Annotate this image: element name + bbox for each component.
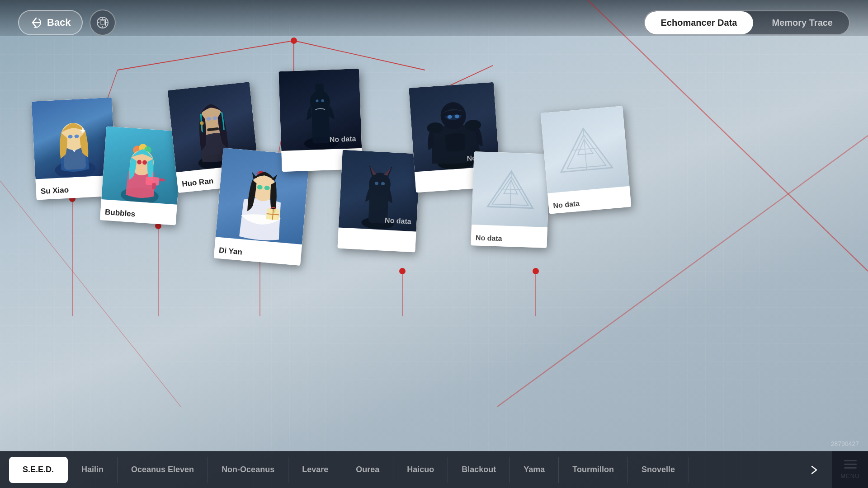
card-unknown-4[interactable]: No data	[471, 151, 550, 248]
nav-tab-blackout[interactable]: Blackout	[448, 457, 510, 483]
nav-tab-haicuo[interactable]: Haicuo	[393, 457, 448, 483]
header-left: Back	[18, 9, 116, 36]
card-bubbles-label: Bubbles	[104, 208, 135, 219]
no-data-2: No data	[385, 216, 412, 226]
nav-tab-non-oceanus[interactable]: Non-Oceanus	[208, 457, 288, 483]
nav-arrow-right[interactable]	[805, 461, 823, 479]
nav-tab-hailin[interactable]: Hailin	[68, 457, 118, 483]
card-bubbles[interactable]: Bubbles	[100, 126, 182, 225]
user-id: 28790427	[831, 440, 859, 447]
nav-tabs: S.E.E.D. Hailin Oceanus Eleven Non-Ocean…	[9, 457, 800, 483]
header-tabs: Echomancer Data Memory Trace	[644, 10, 850, 35]
back-button[interactable]: Back	[18, 10, 83, 35]
no-data-4-label: No data	[476, 234, 502, 243]
svg-rect-36	[159, 178, 165, 182]
card-unknown-2[interactable]: No data	[337, 150, 420, 253]
card-di-yan-label: Di Yan	[218, 246, 242, 257]
svg-rect-54	[315, 84, 324, 102]
nav-tab-seed[interactable]: S.E.E.D.	[9, 457, 68, 483]
nav-tab-levare[interactable]: Levare	[288, 457, 342, 483]
nav-tab-snovelle[interactable]: Snovelle	[628, 457, 689, 483]
back-icon	[30, 16, 42, 29]
card-huo-ran-label: Huo Ran	[181, 177, 214, 189]
no-data-5-label: No data	[553, 200, 580, 210]
tab-memory-trace[interactable]: Memory Trace	[755, 11, 849, 34]
tab-echomancer-data[interactable]: Echomancer Data	[645, 11, 754, 34]
card-su-xiao-label: Su Xiao	[40, 186, 69, 196]
nav-tab-yama[interactable]: Yama	[510, 457, 559, 483]
cycle-button[interactable]	[90, 9, 116, 36]
cards-container: Su Xiao	[0, 0, 868, 488]
header: Back Echomancer Data Memory Trace	[0, 0, 868, 45]
bottom-nav: S.E.E.D. Hailin Oceanus Eleven Non-Ocean…	[0, 451, 868, 488]
back-label: Back	[47, 17, 71, 28]
no-data-1: No data	[330, 135, 356, 144]
svg-rect-35	[152, 183, 156, 190]
nav-tab-tourmillon[interactable]: Tourmillon	[559, 457, 628, 483]
nav-tab-oceanus-eleven[interactable]: Oceanus Eleven	[118, 457, 208, 483]
card-unknown-5[interactable]: No data	[541, 106, 632, 214]
nav-tab-ourea[interactable]: Ourea	[342, 457, 393, 483]
